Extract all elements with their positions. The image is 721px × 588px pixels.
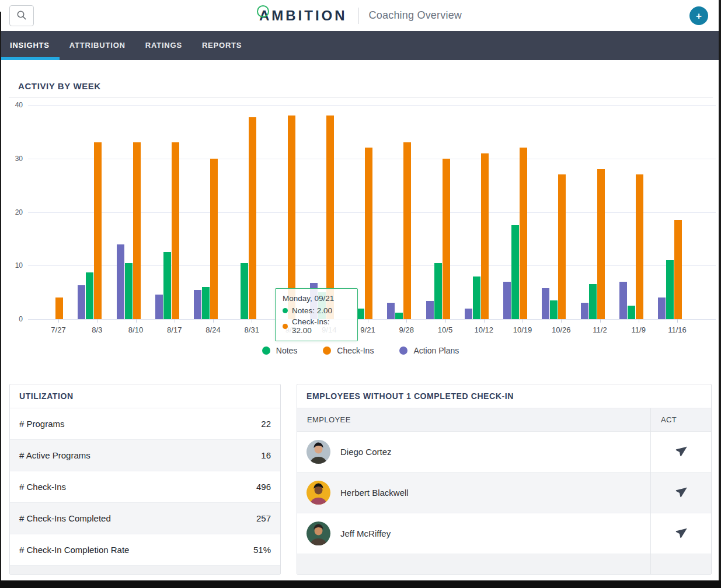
bar-check-ins-11-9[interactable] bbox=[636, 174, 643, 319]
legend-item-action-plans[interactable]: Action Plans bbox=[399, 346, 459, 355]
bar-check-ins-11-2[interactable] bbox=[597, 169, 605, 319]
legend-label: Action Plans bbox=[413, 346, 459, 355]
avatar bbox=[306, 481, 330, 505]
bar-notes-8-24[interactable] bbox=[202, 287, 210, 319]
brand-logo-text: MBITION bbox=[271, 8, 347, 24]
utilization-row-value: 16 bbox=[261, 450, 271, 460]
bar-check-ins-8-31[interactable] bbox=[249, 117, 256, 319]
send-check-in-button[interactable] bbox=[672, 524, 690, 544]
nav-tab-reports[interactable]: REPORTS bbox=[192, 31, 252, 60]
x-axis-tick bbox=[252, 319, 252, 323]
brand-block: AMBITION Coaching Overview bbox=[0, 0, 721, 31]
employees-card: EMPLOYEES WITHOUT 1 COMPLETED CHECK-IN E… bbox=[297, 384, 712, 575]
nav-tab-insights[interactable]: INSIGHTS bbox=[0, 31, 60, 60]
utilization-row-value: 22 bbox=[261, 419, 271, 429]
bar-action-plans-8-24[interactable] bbox=[194, 290, 201, 319]
bar-action-plans-8-3[interactable] bbox=[78, 285, 85, 319]
bar-notes-8-3[interactable] bbox=[86, 272, 93, 319]
nav-tab-attribution[interactable]: ATTRIBUTION bbox=[60, 31, 135, 60]
legend-label: Notes bbox=[276, 346, 298, 355]
bar-notes-10-19[interactable] bbox=[511, 225, 519, 319]
bar-notes-8-31[interactable] bbox=[241, 263, 248, 319]
bar-action-plans-10-26[interactable] bbox=[542, 288, 549, 319]
legend-label: Check-Ins bbox=[337, 346, 374, 355]
employees-header: EMPLOYEES WITHOUT 1 COMPLETED CHECK-IN bbox=[297, 384, 711, 408]
bar-check-ins-8-24[interactable] bbox=[210, 159, 218, 319]
x-axis-label-10-5: 10/5 bbox=[426, 326, 465, 334]
legend-item-notes[interactable]: Notes bbox=[262, 346, 298, 355]
bar-action-plans-11-2[interactable] bbox=[581, 303, 588, 319]
bar-action-plans-10-5[interactable] bbox=[426, 301, 434, 319]
brand-divider bbox=[358, 8, 358, 24]
chart-title: ACTIVIY BY WEEK bbox=[18, 81, 101, 91]
bar-check-ins-11-16[interactable] bbox=[674, 220, 682, 319]
window-edge-left bbox=[0, 12, 1, 588]
avatar bbox=[306, 522, 330, 545]
bar-chart: 0102030407/278/38/108/178/248/319/79/149… bbox=[28, 105, 716, 319]
plus-icon: + bbox=[696, 11, 702, 21]
x-axis-tick bbox=[58, 319, 59, 323]
employee-row: Jeff McRiffey bbox=[297, 513, 711, 554]
nav-tab-ratings[interactable]: RATINGS bbox=[135, 31, 192, 60]
utilization-title: UTILIZATION bbox=[19, 391, 74, 401]
utilization-row: # Check-In Completion Rate51% bbox=[10, 534, 280, 566]
bar-check-ins-7-27[interactable] bbox=[55, 298, 63, 319]
utilization-header: UTILIZATION bbox=[10, 384, 280, 408]
employee-name: Diego Cortez bbox=[340, 447, 392, 457]
x-axis-tick bbox=[97, 319, 97, 323]
employee-name: Herbert Blackwell bbox=[340, 488, 409, 498]
bar-notes-10-5[interactable] bbox=[434, 263, 442, 319]
bar-action-plans-9-28[interactable] bbox=[387, 303, 395, 319]
bar-check-ins-9-21[interactable] bbox=[365, 148, 372, 319]
x-axis-tick bbox=[406, 319, 407, 323]
bar-notes-9-28[interactable] bbox=[395, 313, 403, 319]
send-check-in-button[interactable] bbox=[672, 442, 690, 462]
chart-tooltip: Monday, 09/21 Notes: 2.00Check-Ins: 32.0… bbox=[275, 288, 358, 341]
legend-item-check-ins[interactable]: Check-Ins bbox=[323, 346, 374, 355]
utilization-row-label: # Check-Ins bbox=[19, 482, 66, 492]
legend-dot bbox=[262, 346, 270, 355]
bar-check-ins-8-17[interactable] bbox=[172, 142, 179, 319]
tooltip-row-text: Check-Ins: 32.00 bbox=[292, 317, 350, 335]
bar-notes-10-12[interactable] bbox=[473, 276, 480, 319]
bar-notes-8-10[interactable] bbox=[125, 263, 133, 319]
bar-check-ins-10-5[interactable] bbox=[443, 159, 450, 319]
bar-check-ins-9-28[interactable] bbox=[403, 142, 411, 319]
page-title: Coaching Overview bbox=[369, 9, 462, 22]
bar-check-ins-10-19[interactable] bbox=[520, 148, 527, 319]
bar-notes-11-2[interactable] bbox=[589, 284, 597, 319]
bar-notes-8-17[interactable] bbox=[163, 252, 171, 319]
bar-action-plans-8-10[interactable] bbox=[117, 244, 124, 319]
bar-action-plans-10-19[interactable] bbox=[503, 282, 511, 319]
legend-dot bbox=[399, 346, 407, 355]
bar-check-ins-8-10[interactable] bbox=[133, 142, 141, 319]
add-button[interactable]: + bbox=[689, 6, 708, 25]
legend-dot bbox=[323, 346, 331, 355]
bar-check-ins-10-26[interactable] bbox=[558, 174, 566, 319]
bar-notes-11-16[interactable] bbox=[666, 260, 674, 319]
y-axis-label: 30 bbox=[5, 155, 23, 163]
utilization-row: # Programs22 bbox=[10, 408, 280, 440]
employee-row: Herbert Blackwell bbox=[297, 473, 711, 513]
bar-action-plans-11-9[interactable] bbox=[619, 282, 627, 319]
bar-check-ins-10-12[interactable] bbox=[481, 153, 489, 319]
bar-notes-10-26[interactable] bbox=[550, 300, 558, 319]
bar-notes-11-9[interactable] bbox=[628, 306, 635, 319]
tooltip-series-dot bbox=[283, 308, 288, 313]
bar-action-plans-10-12[interactable] bbox=[465, 309, 472, 319]
employee-row: Diego Cortez bbox=[297, 432, 711, 473]
utilization-row-label: # Programs bbox=[19, 419, 65, 429]
x-axis-tick bbox=[523, 319, 523, 323]
bar-check-ins-8-3[interactable] bbox=[94, 142, 102, 319]
bar-action-plans-8-17[interactable] bbox=[155, 295, 163, 319]
employees-title: EMPLOYEES WITHOUT 1 COMPLETED CHECK-IN bbox=[306, 391, 514, 401]
x-axis-label-10-26: 10/26 bbox=[542, 326, 580, 334]
x-axis-tick bbox=[136, 319, 137, 323]
window-edge-bottom bbox=[0, 580, 721, 588]
send-check-in-button[interactable] bbox=[672, 483, 690, 503]
send-icon bbox=[674, 533, 688, 541]
x-axis-tick bbox=[484, 319, 485, 323]
utilization-footer bbox=[10, 566, 280, 575]
bar-action-plans-11-16[interactable] bbox=[658, 298, 666, 319]
logo-ring-icon: A bbox=[259, 8, 271, 24]
